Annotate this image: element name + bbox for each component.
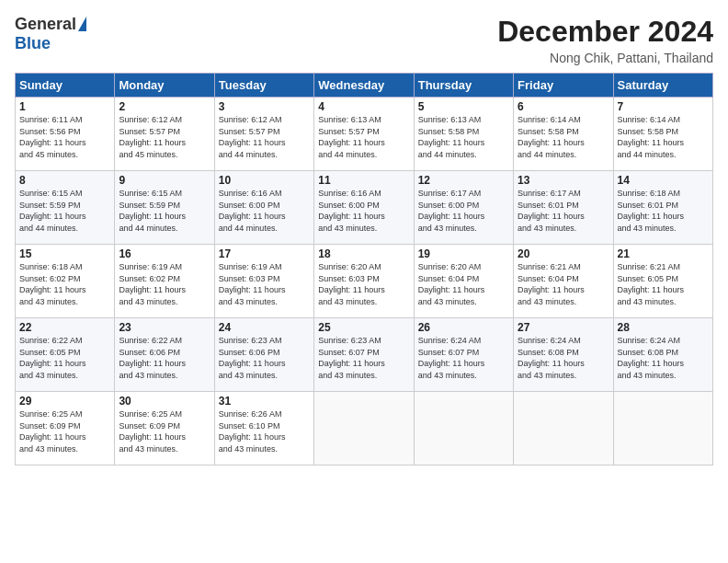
- calendar-cell: 8Sunrise: 6:15 AM Sunset: 5:59 PM Daylig…: [16, 171, 115, 245]
- day-info: Sunrise: 6:17 AM Sunset: 6:00 PM Dayligh…: [418, 188, 509, 234]
- day-info: Sunrise: 6:25 AM Sunset: 6:09 PM Dayligh…: [119, 408, 210, 454]
- day-number: 13: [518, 174, 609, 187]
- calendar-cell: 2Sunrise: 6:12 AM Sunset: 5:57 PM Daylig…: [115, 98, 214, 171]
- week-row-4: 22Sunrise: 6:22 AM Sunset: 6:05 PM Dayli…: [16, 318, 713, 392]
- day-info: Sunrise: 6:13 AM Sunset: 5:57 PM Dayligh…: [318, 114, 409, 160]
- calendar-cell: 6Sunrise: 6:14 AM Sunset: 5:58 PM Daylig…: [514, 98, 613, 171]
- calendar-cell: 10Sunrise: 6:16 AM Sunset: 6:00 PM Dayli…: [214, 171, 313, 245]
- day-info: Sunrise: 6:20 AM Sunset: 6:04 PM Dayligh…: [418, 261, 509, 307]
- calendar-cell: 16Sunrise: 6:19 AM Sunset: 6:02 PM Dayli…: [115, 245, 214, 318]
- day-number: 30: [119, 395, 210, 408]
- calendar-cell: 20Sunrise: 6:21 AM Sunset: 6:04 PM Dayli…: [514, 245, 613, 318]
- day-number: 5: [418, 100, 509, 113]
- day-number: 1: [19, 100, 110, 113]
- calendar-page: General Blue December 2024 Nong Chik, Pa…: [0, 0, 728, 563]
- day-number: 6: [518, 100, 609, 113]
- calendar-header-row: Sunday Monday Tuesday Wednesday Thursday…: [16, 74, 713, 98]
- day-info: Sunrise: 6:12 AM Sunset: 5:57 PM Dayligh…: [219, 114, 310, 160]
- day-info: Sunrise: 6:12 AM Sunset: 5:57 PM Dayligh…: [119, 114, 210, 160]
- day-number: 12: [418, 174, 509, 187]
- calendar-cell: 12Sunrise: 6:17 AM Sunset: 6:00 PM Dayli…: [414, 171, 513, 245]
- calendar-table: Sunday Monday Tuesday Wednesday Thursday…: [15, 73, 713, 465]
- calendar-cell: 19Sunrise: 6:20 AM Sunset: 6:04 PM Dayli…: [414, 245, 513, 318]
- logo-text-general: General: [15, 15, 76, 34]
- calendar-cell: 9Sunrise: 6:15 AM Sunset: 5:59 PM Daylig…: [115, 171, 214, 245]
- col-monday: Monday: [115, 74, 214, 98]
- week-row-1: 1Sunrise: 6:11 AM Sunset: 5:56 PM Daylig…: [16, 98, 713, 171]
- month-title: December 2024: [497, 15, 713, 49]
- calendar-cell: 3Sunrise: 6:12 AM Sunset: 5:57 PM Daylig…: [214, 98, 313, 171]
- calendar-cell: 27Sunrise: 6:24 AM Sunset: 6:08 PM Dayli…: [514, 318, 613, 392]
- col-thursday: Thursday: [414, 74, 513, 98]
- calendar-cell: 26Sunrise: 6:24 AM Sunset: 6:07 PM Dayli…: [414, 318, 513, 392]
- day-number: 14: [618, 174, 709, 187]
- day-number: 17: [219, 247, 310, 260]
- week-row-2: 8Sunrise: 6:15 AM Sunset: 5:59 PM Daylig…: [16, 171, 713, 245]
- day-number: 20: [518, 247, 609, 260]
- day-info: Sunrise: 6:14 AM Sunset: 5:58 PM Dayligh…: [518, 114, 609, 160]
- day-info: Sunrise: 6:19 AM Sunset: 6:03 PM Dayligh…: [219, 261, 310, 307]
- day-info: Sunrise: 6:24 AM Sunset: 6:08 PM Dayligh…: [618, 335, 709, 381]
- day-info: Sunrise: 6:17 AM Sunset: 6:01 PM Dayligh…: [518, 188, 609, 234]
- day-number: 9: [119, 174, 210, 187]
- day-number: 28: [618, 321, 709, 334]
- calendar-cell: 1Sunrise: 6:11 AM Sunset: 5:56 PM Daylig…: [16, 98, 115, 171]
- calendar-cell: 22Sunrise: 6:22 AM Sunset: 6:05 PM Dayli…: [16, 318, 115, 392]
- week-row-3: 15Sunrise: 6:18 AM Sunset: 6:02 PM Dayli…: [16, 245, 713, 318]
- calendar-cell: 21Sunrise: 6:21 AM Sunset: 6:05 PM Dayli…: [613, 245, 712, 318]
- day-number: 23: [119, 321, 210, 334]
- day-number: 19: [418, 247, 509, 260]
- col-wednesday: Wednesday: [314, 74, 414, 98]
- day-number: 27: [518, 321, 609, 334]
- calendar-cell: [514, 392, 613, 465]
- calendar-cell: 14Sunrise: 6:18 AM Sunset: 6:01 PM Dayli…: [613, 171, 712, 245]
- day-info: Sunrise: 6:13 AM Sunset: 5:58 PM Dayligh…: [418, 114, 509, 160]
- calendar-cell: [414, 392, 513, 465]
- calendar-cell: 24Sunrise: 6:23 AM Sunset: 6:06 PM Dayli…: [214, 318, 313, 392]
- day-info: Sunrise: 6:24 AM Sunset: 6:08 PM Dayligh…: [518, 335, 609, 381]
- calendar-cell: 31Sunrise: 6:26 AM Sunset: 6:10 PM Dayli…: [214, 392, 313, 465]
- day-number: 8: [19, 174, 110, 187]
- day-info: Sunrise: 6:14 AM Sunset: 5:58 PM Dayligh…: [618, 114, 709, 160]
- day-info: Sunrise: 6:24 AM Sunset: 6:07 PM Dayligh…: [418, 335, 509, 381]
- day-info: Sunrise: 6:25 AM Sunset: 6:09 PM Dayligh…: [19, 408, 110, 454]
- logo-text-blue: Blue: [15, 34, 51, 53]
- day-info: Sunrise: 6:18 AM Sunset: 6:01 PM Dayligh…: [618, 188, 709, 234]
- day-number: 29: [19, 395, 110, 408]
- day-info: Sunrise: 6:16 AM Sunset: 6:00 PM Dayligh…: [219, 188, 310, 234]
- day-info: Sunrise: 6:21 AM Sunset: 6:04 PM Dayligh…: [518, 261, 609, 307]
- day-info: Sunrise: 6:20 AM Sunset: 6:03 PM Dayligh…: [318, 261, 409, 307]
- day-number: 4: [318, 100, 409, 113]
- calendar-cell: [314, 392, 414, 465]
- day-info: Sunrise: 6:15 AM Sunset: 5:59 PM Dayligh…: [19, 188, 110, 234]
- day-info: Sunrise: 6:19 AM Sunset: 6:02 PM Dayligh…: [119, 261, 210, 307]
- day-info: Sunrise: 6:18 AM Sunset: 6:02 PM Dayligh…: [19, 261, 110, 307]
- calendar-cell: 13Sunrise: 6:17 AM Sunset: 6:01 PM Dayli…: [514, 171, 613, 245]
- day-number: 21: [618, 247, 709, 260]
- logo: General Blue: [15, 15, 86, 53]
- day-info: Sunrise: 6:26 AM Sunset: 6:10 PM Dayligh…: [219, 408, 310, 454]
- day-info: Sunrise: 6:16 AM Sunset: 6:00 PM Dayligh…: [318, 188, 409, 234]
- day-info: Sunrise: 6:23 AM Sunset: 6:07 PM Dayligh…: [318, 335, 409, 381]
- calendar-cell: 25Sunrise: 6:23 AM Sunset: 6:07 PM Dayli…: [314, 318, 414, 392]
- header: General Blue December 2024 Nong Chik, Pa…: [15, 15, 713, 65]
- col-saturday: Saturday: [613, 74, 712, 98]
- day-number: 2: [119, 100, 210, 113]
- calendar-cell: 29Sunrise: 6:25 AM Sunset: 6:09 PM Dayli…: [16, 392, 115, 465]
- week-row-5: 29Sunrise: 6:25 AM Sunset: 6:09 PM Dayli…: [16, 392, 713, 465]
- day-info: Sunrise: 6:21 AM Sunset: 6:05 PM Dayligh…: [618, 261, 709, 307]
- calendar-cell: 28Sunrise: 6:24 AM Sunset: 6:08 PM Dayli…: [613, 318, 712, 392]
- day-number: 31: [219, 395, 310, 408]
- calendar-cell: 15Sunrise: 6:18 AM Sunset: 6:02 PM Dayli…: [16, 245, 115, 318]
- col-sunday: Sunday: [16, 74, 115, 98]
- calendar-cell: 5Sunrise: 6:13 AM Sunset: 5:58 PM Daylig…: [414, 98, 513, 171]
- calendar-cell: 4Sunrise: 6:13 AM Sunset: 5:57 PM Daylig…: [314, 98, 414, 171]
- day-info: Sunrise: 6:22 AM Sunset: 6:06 PM Dayligh…: [119, 335, 210, 381]
- day-number: 18: [318, 247, 409, 260]
- title-block: December 2024 Nong Chik, Pattani, Thaila…: [497, 15, 713, 65]
- day-number: 3: [219, 100, 310, 113]
- day-info: Sunrise: 6:11 AM Sunset: 5:56 PM Dayligh…: [19, 114, 110, 160]
- location-subtitle: Nong Chik, Pattani, Thailand: [497, 51, 713, 65]
- day-number: 25: [318, 321, 409, 334]
- day-info: Sunrise: 6:22 AM Sunset: 6:05 PM Dayligh…: [19, 335, 110, 381]
